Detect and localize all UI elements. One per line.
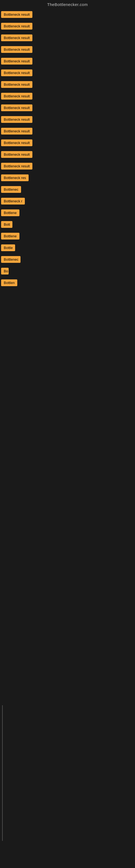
- list-item: Bottleneck result: [1, 33, 135, 44]
- bottleneck-badge[interactable]: Bottle: [1, 244, 15, 251]
- list-item: Bo: [1, 266, 135, 277]
- bottleneck-badge[interactable]: Bottleneck result: [1, 128, 32, 134]
- bottleneck-badge[interactable]: Bottleneck result: [1, 34, 32, 41]
- list-item: Bottlenec: [1, 254, 135, 266]
- bottleneck-badge[interactable]: Bo: [1, 268, 9, 275]
- list-item: Bottleneck result: [1, 9, 135, 21]
- bottleneck-badge[interactable]: Bottleneck result: [1, 151, 32, 158]
- list-item: Bottleneck result: [1, 126, 135, 137]
- list-item: Bottleneck result: [1, 21, 135, 32]
- list-item: Bottleneck result: [1, 138, 135, 149]
- list-item: Bottleneck result: [1, 56, 135, 67]
- bottleneck-badge[interactable]: Bottleneck result: [1, 116, 32, 123]
- list-item: Bottleneck r: [1, 196, 135, 207]
- bottleneck-badge[interactable]: Bottleneck result: [1, 23, 32, 30]
- bottleneck-badge[interactable]: Bottlen: [1, 279, 17, 286]
- bottleneck-badge[interactable]: Bottleneck result: [1, 140, 32, 146]
- bottleneck-badge[interactable]: Bottleneck result: [1, 58, 32, 65]
- bottleneck-badge[interactable]: Bottlenec: [1, 186, 21, 193]
- list-item: Bottleneck result: [1, 161, 135, 172]
- list-item: Bottleneck res: [1, 173, 135, 184]
- bottleneck-badge[interactable]: Bottlenec: [1, 256, 20, 263]
- bottleneck-badge[interactable]: Bottleneck result: [1, 81, 32, 88]
- vertical-line-decoration: [2, 705, 3, 841]
- list-item: Bottlenec: [1, 184, 135, 195]
- bottleneck-badge[interactable]: Bottleneck result: [1, 93, 32, 99]
- list-item: Bottlene: [1, 231, 135, 242]
- bottleneck-badge[interactable]: Bottleneck res: [1, 175, 29, 181]
- list-item: Bottleneck result: [1, 44, 135, 56]
- bottleneck-badge[interactable]: Bott: [1, 221, 12, 228]
- site-title: TheBottlenecker.com: [0, 0, 135, 9]
- bottleneck-badge[interactable]: Bottlene: [1, 233, 19, 240]
- bottleneck-badge[interactable]: Bottleneck result: [1, 104, 32, 111]
- bottleneck-badge[interactable]: Bottlene: [1, 209, 19, 216]
- bottleneck-badge[interactable]: Bottleneck result: [1, 69, 32, 76]
- list-item: Bottleneck result: [1, 91, 135, 102]
- list-item: Bottleneck result: [1, 80, 135, 91]
- list-item: Bott: [1, 219, 135, 230]
- list-item: Bottlene: [1, 208, 135, 219]
- list-item: Bottleneck result: [1, 150, 135, 161]
- bottleneck-badge[interactable]: Bottleneck result: [1, 163, 32, 169]
- bottleneck-list: Bottleneck resultBottleneck resultBottle…: [0, 9, 135, 295]
- list-item: Bottleneck result: [1, 115, 135, 126]
- bottleneck-badge[interactable]: Bottleneck r: [1, 198, 25, 205]
- list-item: Bottlen: [1, 278, 135, 289]
- list-item: Bottleneck result: [1, 68, 135, 79]
- list-item: Bottle: [1, 243, 135, 254]
- bottleneck-badge[interactable]: Bottleneck result: [1, 11, 32, 18]
- bottleneck-badge[interactable]: Bottleneck result: [1, 46, 32, 53]
- list-item: Bottleneck result: [1, 103, 135, 114]
